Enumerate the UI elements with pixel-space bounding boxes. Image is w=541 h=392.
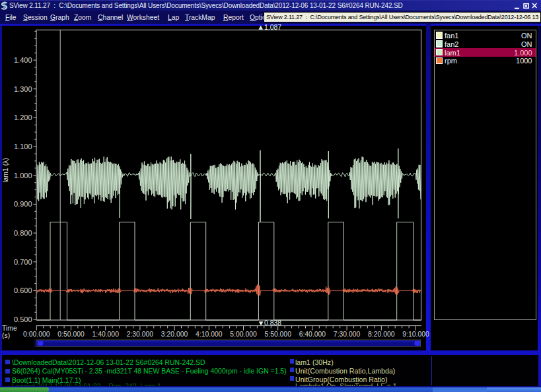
svg-text:2:30.000: 2:30.000 <box>127 331 154 338</box>
svg-text:4:10.000: 4:10.000 <box>196 331 223 338</box>
svg-text:7:30.000: 7:30.000 <box>334 331 361 338</box>
svg-text:1.000: 1.000 <box>14 172 32 180</box>
svg-text:1.400: 1.400 <box>14 56 32 64</box>
svg-text:0.600: 0.600 <box>14 286 32 294</box>
svg-text:5:00.000: 5:00.000 <box>230 331 257 338</box>
svg-text:9:10.000: 9:10.000 <box>402 331 429 338</box>
svg-text:0.500: 0.500 <box>14 315 32 323</box>
svg-text:Time: Time <box>2 325 17 332</box>
svg-text:(s): (s) <box>2 332 10 339</box>
svg-text:0:50.000: 0:50.000 <box>57 331 85 338</box>
svg-text:6:40.000: 6:40.000 <box>299 331 326 338</box>
svg-text:0.700: 0.700 <box>14 258 32 266</box>
svg-text:5:50.000: 5:50.000 <box>264 331 291 338</box>
svg-text:1:40.000: 1:40.000 <box>92 331 119 338</box>
svg-text:3:20.000: 3:20.000 <box>161 331 188 338</box>
svg-text:1.200: 1.200 <box>14 114 32 121</box>
svg-text:1.100: 1.100 <box>14 143 32 150</box>
svg-text:0.900: 0.900 <box>14 200 32 208</box>
svg-text:0.800: 0.800 <box>14 229 32 237</box>
svg-text:1.300: 1.300 <box>14 85 32 93</box>
svg-text:8:20.000: 8:20.000 <box>368 331 395 338</box>
svg-text:0:00.000: 0:00.000 <box>23 331 50 338</box>
svg-text:lam1 (λ): lam1 (λ) <box>2 158 9 183</box>
svg-text:1.087: 1.087 <box>264 24 281 31</box>
